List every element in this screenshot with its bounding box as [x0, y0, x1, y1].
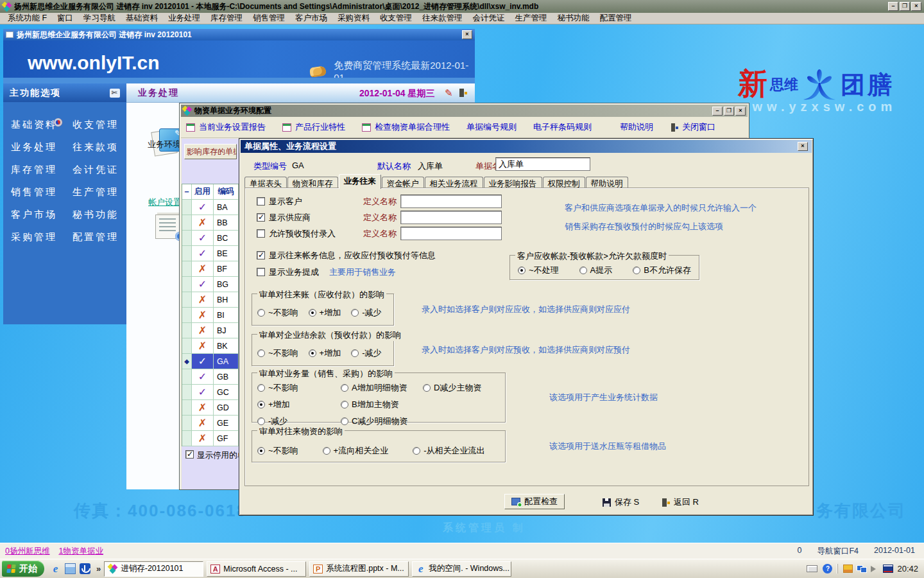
- radio-icon[interactable]: [257, 309, 265, 317]
- menu-item[interactable]: 窗口: [52, 13, 78, 24]
- table-row[interactable]: ✓ BA: [182, 200, 239, 215]
- accounts-info-checkbox[interactable]: [257, 251, 265, 259]
- sidebar-item[interactable]: 秘书功能: [73, 209, 134, 221]
- radio-icon[interactable]: [257, 349, 265, 357]
- menu-item[interactable]: 销售管理: [248, 13, 290, 24]
- define-name-input[interactable]: [400, 195, 502, 208]
- menu-item[interactable]: 客户市场: [290, 13, 332, 24]
- doc-name-input[interactable]: [495, 157, 590, 171]
- dialog-close-button[interactable]: ×: [798, 142, 808, 151]
- define-name-input[interactable]: [400, 211, 502, 224]
- task-button[interactable]: 我的空间. - Windows...: [412, 561, 511, 577]
- table-row[interactable]: ✗ BB: [182, 215, 239, 231]
- menu-item[interactable]: 业务处理: [163, 13, 205, 24]
- radio-icon[interactable]: [323, 447, 330, 455]
- radio-option[interactable]: B增加主物资: [341, 399, 407, 410]
- radio-icon[interactable]: [257, 384, 265, 392]
- table-row[interactable]: ✗ GD: [182, 400, 239, 416]
- table-row[interactable]: ✗ GF: [182, 431, 239, 446]
- radio-icon[interactable]: [351, 309, 359, 317]
- radio-icon[interactable]: [309, 349, 316, 357]
- window-switch-link[interactable]: 0扬州新思维: [5, 546, 49, 557]
- radio-icon[interactable]: [309, 309, 316, 317]
- start-button[interactable]: 开始: [2, 561, 44, 577]
- radio-icon[interactable]: [257, 417, 265, 425]
- radio-option[interactable]: ~不处理: [518, 265, 559, 276]
- radio-icon[interactable]: [423, 384, 431, 392]
- table-row[interactable]: ✗ BF: [182, 261, 239, 277]
- report-icon[interactable]: 产品行业特性: [282, 121, 345, 133]
- minimize-button[interactable]: –: [888, 2, 898, 11]
- menu-item[interactable]: 库存管理: [205, 13, 248, 24]
- table-row[interactable]: ✗ BK: [182, 338, 239, 354]
- radio-option[interactable]: B不允许保存: [633, 265, 691, 276]
- radio-option[interactable]: ~不影响: [257, 307, 298, 319]
- table-row[interactable]: ✓ BG: [182, 277, 239, 292]
- close-button[interactable]: ×: [911, 2, 921, 11]
- table-row[interactable]: ✗ BH: [182, 292, 239, 308]
- show-disabled-checkbox[interactable]: [185, 450, 194, 459]
- sidebar-item[interactable]: 业务处理: [11, 141, 73, 153]
- radio-icon[interactable]: [257, 401, 265, 408]
- menu-item[interactable]: 会计凭证: [468, 13, 510, 24]
- package-icon[interactable]: [65, 563, 76, 574]
- config-maximize-button[interactable]: ❐: [724, 107, 734, 116]
- menu-item[interactable]: 采购资料: [332, 13, 375, 24]
- help-icon[interactable]: 帮助说明: [608, 121, 653, 133]
- back-button[interactable]: 返回 R: [662, 496, 699, 508]
- table-row[interactable]: ✓ GC: [182, 385, 239, 400]
- child-close-button[interactable]: ×: [462, 30, 472, 39]
- radio-option[interactable]: +增加: [309, 347, 341, 359]
- help-question-icon[interactable]: ?: [823, 564, 832, 574]
- dialog-tab[interactable]: 业务往来: [339, 174, 381, 189]
- toolbar-button[interactable]: 电子秤条码规则: [533, 121, 592, 133]
- radio-icon[interactable]: [257, 447, 265, 455]
- menu-item[interactable]: 收支管理: [375, 13, 417, 24]
- table-row[interactable]: ✗ BJ: [182, 323, 239, 338]
- menu-item[interactable]: 学习导航: [78, 13, 121, 24]
- network-icon[interactable]: [857, 565, 867, 573]
- show-option-checkbox[interactable]: [257, 229, 265, 238]
- radio-option[interactable]: A提示: [579, 265, 613, 276]
- radio-icon[interactable]: [341, 401, 348, 408]
- radio-option[interactable]: +增加: [257, 399, 298, 410]
- sidebar-item[interactable]: 会计凭证: [73, 164, 134, 176]
- radio-option[interactable]: ~不影响: [257, 347, 298, 359]
- menu-item[interactable]: 往来款管理: [417, 13, 468, 24]
- sidebar-item[interactable]: 基础资料: [11, 119, 73, 131]
- menu-item[interactable]: 基础资料: [121, 13, 163, 24]
- table-row[interactable]: ✓ GB: [182, 369, 239, 385]
- table-row[interactable]: ✓ BE: [182, 246, 239, 261]
- volume-icon[interactable]: [871, 566, 879, 572]
- maximize-button[interactable]: ❐: [900, 2, 910, 11]
- report-icon[interactable]: 检查物资单据合理性: [362, 121, 450, 133]
- report-icon[interactable]: 当前业务设置报告: [186, 121, 266, 133]
- col-collapse[interactable]: −: [182, 184, 192, 199]
- radio-option[interactable]: -减少: [351, 307, 381, 319]
- radio-option[interactable]: -减少: [351, 347, 381, 359]
- exit-door-icon[interactable]: 关闭窗口: [670, 121, 715, 133]
- account-settings-link[interactable]: 帐户设置: [148, 197, 182, 208]
- menu-item[interactable]: 系统功能 F: [3, 13, 52, 24]
- sidebar-item[interactable]: 往来款项: [73, 141, 134, 153]
- radio-icon[interactable]: [633, 267, 640, 274]
- sidebar-item[interactable]: 配置管理: [73, 231, 134, 243]
- radio-icon[interactable]: [351, 349, 359, 357]
- inventory-impact-button[interactable]: 影响库存的单据: [184, 144, 237, 159]
- account-settings-icon[interactable]: [155, 215, 181, 239]
- config-check-button[interactable]: 配置检查: [504, 494, 565, 509]
- overflow-chevron-icon[interactable]: »: [96, 564, 101, 574]
- commission-checkbox[interactable]: [257, 268, 265, 276]
- radio-icon[interactable]: [518, 267, 526, 274]
- task-button[interactable]: Microsoft Access - ...: [207, 561, 306, 577]
- radio-option[interactable]: -从相关企业流出: [413, 445, 484, 457]
- config-close-button[interactable]: ×: [735, 107, 746, 116]
- sidebar-item[interactable]: 销售管理: [11, 186, 73, 198]
- pencil-icon[interactable]: ✎: [445, 87, 453, 99]
- radio-option[interactable]: ~不影响: [257, 382, 298, 394]
- exit-door-icon[interactable]: [459, 89, 467, 97]
- menu-item[interactable]: 生产管理: [510, 13, 552, 24]
- radio-icon[interactable]: [341, 417, 348, 425]
- ime-icon[interactable]: [843, 565, 853, 573]
- radio-icon[interactable]: [413, 447, 420, 455]
